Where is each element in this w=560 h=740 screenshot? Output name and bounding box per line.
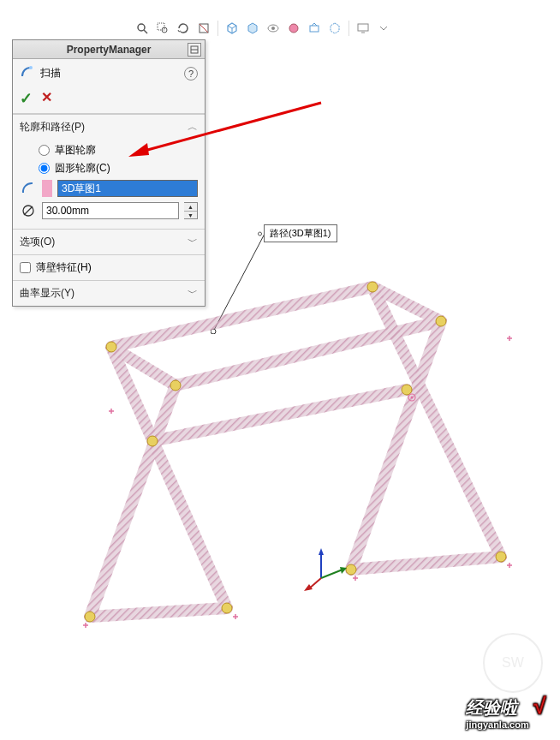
path-arc-icon: [20, 180, 37, 197]
path-value: 3D草图1: [62, 182, 101, 196]
feature-label: 扫描: [40, 66, 61, 81]
radio-sketch-label: 草图轮廓: [55, 143, 96, 158]
watermark-circle-text: SW: [502, 655, 524, 671]
zoom-fit-icon[interactable]: [133, 19, 152, 38]
zoom-area-icon[interactable]: [153, 19, 172, 38]
cancel-button[interactable]: ✕: [41, 89, 52, 108]
spinner-up-icon[interactable]: ▲: [184, 203, 197, 212]
path-input[interactable]: 3D草图1: [57, 180, 198, 197]
section-options-label: 选项(O): [20, 235, 55, 249]
pin-icon[interactable]: [188, 43, 201, 57]
model-3d[interactable]: [77, 274, 514, 642]
svg-point-7: [289, 24, 298, 33]
svg-line-15: [24, 206, 33, 215]
profile-path-body: 草图轮廓 圆形轮廓(C) 3D草图1 30.00mm ▲ ▼: [13, 140, 205, 229]
path-color-swatch: [42, 180, 52, 197]
display-style-icon[interactable]: [243, 19, 262, 38]
svg-line-35: [321, 570, 343, 578]
confirm-row: ✓ ✕: [13, 87, 205, 114]
svg-rect-9: [358, 24, 368, 31]
chevron-up-icon: ︿: [188, 120, 198, 134]
svg-line-1: [144, 30, 147, 33]
svg-point-29: [147, 436, 158, 446]
dropdown-icon[interactable]: [374, 19, 393, 38]
watermark-circle: SW: [483, 633, 543, 693]
panel-title-bar: PropertyManager: [13, 40, 205, 59]
diameter-field-row: 30.00mm ▲ ▼: [20, 200, 198, 222]
sweep-icon: [20, 64, 35, 82]
svg-point-24: [170, 380, 181, 391]
property-manager-panel: PropertyManager 扫描 ? ✓ ✕ 轮廓和路径(P) ︿ 草图轮廓…: [12, 39, 206, 307]
watermark-main: 经验啦: [466, 698, 517, 717]
view-orientation-icon[interactable]: [223, 19, 241, 38]
diameter-icon: [20, 202, 37, 219]
path-callout[interactable]: 路径(3D草图1): [264, 224, 337, 242]
zoom-prev-icon[interactable]: [174, 19, 193, 38]
watermark-tick-icon: √: [533, 693, 545, 719]
svg-point-25: [222, 603, 232, 613]
path-field-row: 3D草图1: [20, 177, 198, 200]
scene-icon[interactable]: [305, 19, 324, 38]
ok-button[interactable]: ✓: [20, 89, 33, 108]
callout-label: 路径(3D草图1): [270, 227, 331, 240]
svg-point-26: [85, 612, 95, 622]
svg-point-27: [496, 552, 506, 562]
rotate-handle-icon[interactable]: [407, 392, 417, 403]
svg-rect-41: [0, 0, 10, 128]
render-icon[interactable]: [325, 19, 344, 38]
feature-header: 扫描 ?: [13, 59, 205, 87]
diameter-input[interactable]: 30.00mm: [42, 202, 179, 219]
diameter-spinner[interactable]: ▲ ▼: [184, 202, 198, 219]
section-profile-path-label: 轮廓和路径(P): [20, 120, 85, 134]
section-options[interactable]: 选项(O) ﹀: [13, 229, 205, 254]
svg-point-13: [29, 66, 33, 69]
radio-circle-input[interactable]: [39, 163, 50, 174]
watermark-text: 经验啦 jingyanla.com √: [466, 693, 545, 730]
section-view-icon[interactable]: [194, 19, 213, 38]
spinner-down-icon[interactable]: ▼: [184, 212, 197, 219]
radio-sketch-profile[interactable]: 草图轮廓: [20, 141, 198, 159]
svg-point-23: [436, 316, 446, 326]
section-curvature-label: 曲率显示(Y): [20, 286, 74, 301]
watermark-sub: jingyanla.com: [466, 719, 528, 730]
svg-point-6: [271, 27, 275, 30]
radio-circle-label: 圆形轮廓(C): [55, 161, 110, 176]
radio-sketch-input[interactable]: [39, 145, 50, 156]
diameter-value: 30.00mm: [46, 205, 89, 217]
hide-show-icon[interactable]: [264, 19, 283, 38]
svg-rect-8: [310, 26, 319, 32]
svg-point-22: [367, 282, 378, 292]
appearance-icon[interactable]: [284, 19, 303, 38]
svg-point-21: [106, 342, 116, 352]
chevron-down-icon: ﹀: [188, 235, 198, 249]
radio-circle-profile[interactable]: 圆形轮廓(C): [20, 159, 198, 177]
svg-marker-36: [340, 567, 347, 574]
section-profile-path[interactable]: 轮廓和路径(P) ︿: [13, 114, 205, 140]
svg-rect-2: [158, 23, 164, 30]
svg-point-28: [346, 564, 356, 575]
svg-marker-34: [319, 548, 324, 555]
view-toolbar: [133, 19, 393, 38]
help-icon[interactable]: ?: [184, 67, 198, 81]
view-triad-icon[interactable]: [304, 548, 347, 591]
screen-icon[interactable]: [354, 19, 372, 38]
svg-marker-38: [304, 584, 313, 591]
panel-title: PropertyManager: [67, 44, 152, 56]
svg-point-0: [138, 24, 145, 31]
thin-feature-checkbox[interactable]: [20, 262, 31, 273]
svg-rect-39: [0, 0, 257, 10]
callout-anchor-icon: [258, 231, 262, 236]
thin-feature-label: 薄壁特征(H): [36, 260, 92, 275]
svg-point-32: [411, 397, 414, 399]
